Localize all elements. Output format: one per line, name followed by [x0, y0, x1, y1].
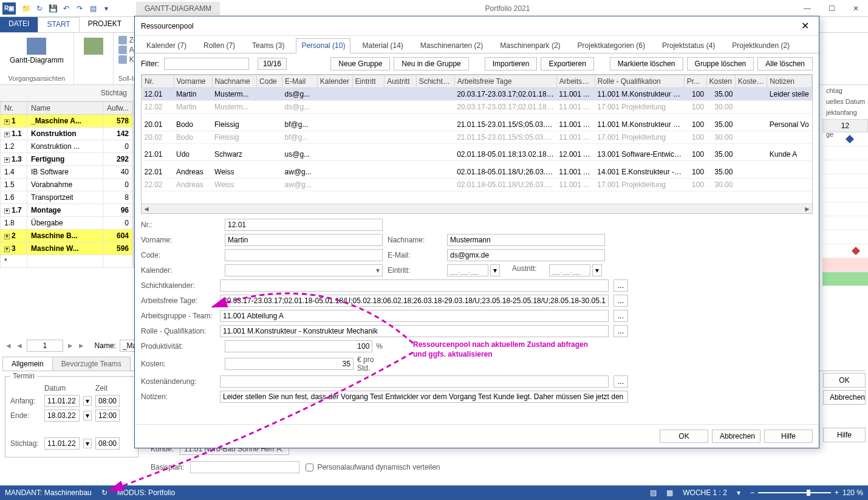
dialog-tab[interactable]: Teams (3) [247, 38, 290, 53]
ende-time[interactable]: 12:00 [95, 409, 120, 422]
grid-column-header[interactable]: Nachname [212, 75, 257, 88]
zoom-in-icon[interactable]: + [835, 488, 839, 497]
stichtag-date[interactable]: 11.01.22 [44, 437, 80, 450]
col-nr[interactable]: Nr. [1, 102, 27, 115]
refresh-icon[interactable]: ↻ [101, 488, 108, 497]
task-row[interactable]: 1.8Übergabe0 [1, 217, 133, 230]
grid-row[interactable]: 20.02BodoFleissigbf@g...21.01.15-23.01.1… [142, 131, 812, 143]
kostenaenderung-field[interactable] [220, 375, 609, 388]
expand-icon[interactable]: + [4, 157, 10, 163]
redo-icon[interactable]: ↷ [74, 3, 85, 14]
view-icon[interactable]: ▤ [650, 488, 657, 497]
chevron-down-icon[interactable]: ▾ [737, 488, 740, 497]
task-row[interactable]: 1.6Transportzeit8 [1, 191, 133, 204]
task-row[interactable]: +3Maschine W...596 [1, 242, 133, 255]
alle-loeschen-button[interactable]: Alle löschen [757, 57, 813, 70]
dialog-tab[interactable]: Personal (10) [296, 38, 350, 53]
dialog-tab[interactable]: Rollen (7) [198, 38, 241, 53]
ellipsis-button[interactable]: ... [613, 375, 628, 388]
expand-icon[interactable]: + [4, 234, 10, 239]
grid-column-header[interactable]: Schichtk... [416, 75, 454, 88]
hilfe-button[interactable]: Hilfe [764, 430, 813, 443]
hilfe-button[interactable]: Hilfe [823, 428, 866, 442]
task-row[interactable]: +1.3Fertigung292 [1, 153, 133, 166]
chevron-down-icon[interactable]: ▾ [83, 411, 92, 420]
task-row[interactable]: +1.1Konstruktion142 [1, 128, 133, 140]
horizontal-scrollbar[interactable]: ◄ ► [142, 204, 812, 213]
dialog-tab[interactable]: Projektstatus (4) [657, 38, 720, 53]
open-icon[interactable]: 📁 [21, 3, 32, 14]
dialog-tab[interactable]: Material (14) [357, 38, 408, 53]
tab-allgemein[interactable]: Allgemein [2, 357, 53, 371]
grid-column-header[interactable]: Pr... [684, 75, 706, 88]
close-icon[interactable]: ✕ [844, 0, 868, 17]
tab-datei[interactable]: DATEI [0, 17, 38, 32]
expand-icon[interactable]: + [4, 247, 10, 252]
compare-button[interactable] [79, 35, 108, 58]
arbeitsfreie-tage-field[interactable] [220, 295, 609, 307]
tab-projekt[interactable]: PROJEKT [80, 17, 130, 32]
markierte-loeschen-button[interactable]: Markierte löschen [610, 57, 683, 70]
expand-icon[interactable]: + [4, 208, 10, 214]
ellipsis-button[interactable]: ... [613, 325, 628, 337]
task-row[interactable]: +1_Maschine A...578 [1, 115, 133, 128]
scroll-left-icon[interactable]: ◄ [142, 205, 151, 213]
scroll-right-icon[interactable]: ► [802, 205, 812, 213]
grid-column-header[interactable]: Kosten [706, 75, 735, 88]
dialog-tab[interactable]: Projektkunden (2) [726, 38, 795, 53]
basisplan-field[interactable] [190, 461, 299, 473]
anfang-date[interactable]: 11.01.22 [44, 395, 80, 407]
dialog-tab[interactable]: Maschinenarten (2) [415, 38, 488, 53]
chevron-down-icon[interactable]: ▾ [83, 396, 92, 406]
side-option[interactable]: jektanfang [822, 107, 868, 118]
grid-column-header[interactable]: Kosten... [735, 75, 767, 88]
grid-column-header[interactable]: Arbeitsgr... [556, 75, 595, 88]
grid-row[interactable] [142, 143, 812, 148]
grid-column-header[interactable]: Rolle - Qualifikation [595, 75, 684, 88]
eintritt-date[interactable]: __.__.__▾ [447, 264, 500, 276]
neue-gruppe-button[interactable]: Neue Gruppe [330, 57, 390, 70]
zoom-slider[interactable]: − + 120 % [750, 488, 863, 497]
grid-row[interactable]: 20.01BodoFleissigbf@g...21.01.15-23.01.1… [142, 118, 812, 131]
side-option[interactable]: uelles Datum [822, 96, 868, 107]
undo-icon[interactable]: ↶ [61, 3, 72, 14]
expand-icon[interactable]: + [4, 119, 10, 125]
grid-row[interactable]: 12.01MartinMusterm...ds@g...20.03.17-23.… [142, 88, 812, 101]
tool-icon[interactable]: ▤ [87, 3, 98, 14]
chevron-down-icon[interactable]: ▾ [83, 439, 92, 448]
importieren-button[interactable]: Importieren [485, 57, 538, 70]
grid-column-header[interactable]: Vorname [174, 75, 212, 88]
grid-column-header[interactable]: E-Mail [282, 75, 318, 88]
close-icon[interactable]: ✕ [798, 20, 813, 32]
grid-column-header[interactable]: Code [257, 75, 282, 88]
notizen-field[interactable] [220, 391, 628, 403]
dialog-tab[interactable]: Maschinenpark (2) [494, 38, 566, 53]
austritt-date[interactable]: __.__.__▾ [549, 264, 602, 276]
email-field[interactable] [447, 249, 605, 261]
task-row[interactable]: * [1, 255, 133, 268]
ellipsis-button[interactable]: ... [613, 279, 628, 292]
dropdown-icon[interactable]: ▾ [101, 3, 112, 14]
task-row[interactable]: +2Maschine B...604 [1, 230, 133, 242]
abbrechen-button[interactable]: Abbrechen [712, 430, 760, 443]
ok-button[interactable]: OK [823, 373, 866, 388]
tab-start[interactable]: START [38, 17, 79, 32]
col-aufw[interactable]: Aufw... [103, 102, 132, 115]
nr-input[interactable] [27, 340, 63, 352]
gantt-diagramm-button[interactable]: Gantt-Diagramm [5, 35, 69, 67]
stichtag-time[interactable]: 08:00 [95, 437, 120, 450]
rolle-field[interactable] [220, 325, 609, 337]
refresh-icon[interactable]: ↻ [34, 3, 45, 14]
grid-column-header[interactable]: Arbeitsfreie Tage [454, 75, 556, 88]
gruppe-loeschen-button[interactable]: Gruppe löschen [687, 57, 754, 70]
ellipsis-button[interactable]: ... [613, 295, 628, 307]
grid-column-header[interactable]: Austritt [384, 75, 417, 88]
side-option[interactable]: chtag [822, 85, 868, 96]
neu-in-gruppe-button[interactable]: Neu in die Gruppe [394, 57, 468, 70]
grid-column-header[interactable]: Nr. [142, 75, 174, 88]
grid-row[interactable] [142, 114, 812, 118]
vorname-field[interactable] [225, 234, 383, 246]
nachname-field[interactable] [447, 234, 605, 246]
grid-column-header[interactable]: Notizen [767, 75, 812, 88]
abbrechen-button[interactable]: Abbrechen [823, 390, 866, 405]
